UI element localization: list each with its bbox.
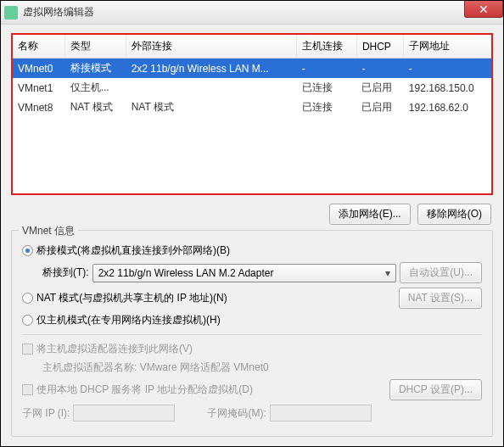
- radio-bridge[interactable]: [22, 245, 33, 256]
- host-adapter-row: 将主机虚拟适配器连接到此网络(V): [22, 342, 482, 356]
- bridge-to-label: 桥接到(T):: [42, 265, 89, 280]
- dhcp-settings-button[interactable]: DHCP 设置(P)...: [389, 379, 482, 400]
- bridge-to-row: 桥接到(T): 2x2 11b/g/n Wireless LAN M.2 Ada…: [42, 262, 482, 283]
- bridge-mode-option[interactable]: 桥接模式(将虚拟机直接连接到外部网络)(B): [22, 243, 482, 258]
- subnet-row: 子网 IP (I): 子网掩码(M):: [22, 405, 482, 422]
- separator: [22, 334, 482, 335]
- radio-nat[interactable]: [22, 293, 33, 304]
- group-title: VMnet 信息: [19, 224, 78, 238]
- subnet-ip-input: [73, 405, 175, 422]
- app-icon: [4, 6, 18, 20]
- table-row[interactable]: VMnet0 桥接模式 2x2 11b/g/n Wireless LAN M..…: [13, 59, 491, 79]
- col-subnet[interactable]: 子网地址: [404, 35, 491, 59]
- titlebar[interactable]: 虚拟网络编辑器 ✕: [1, 1, 503, 25]
- col-dhcp[interactable]: DHCP: [356, 35, 403, 59]
- content-area: 名称 类型 外部连接 主机连接 DHCP 子网地址 VMnet0 桥接模式 2x…: [1, 25, 503, 445]
- virtual-network-editor-window: 虚拟网络编辑器 ✕ 名称 类型 外部连接 主机连接 DHCP 子网地址: [0, 0, 504, 447]
- col-host[interactable]: 主机连接: [297, 35, 357, 59]
- table-header-row: 名称 类型 外部连接 主机连接 DHCP 子网地址: [13, 35, 491, 59]
- host-adapter-name-row: 主机虚拟适配器名称: VMware 网络适配器 VMnet0: [42, 360, 482, 375]
- hostonly-mode-option[interactable]: 仅主机模式(在专用网络内连接虚拟机)(H): [22, 313, 482, 327]
- checkbox-dhcp: [22, 384, 33, 395]
- vmnet-info-group: VMnet 信息 桥接模式(将虚拟机直接连接到外部网络)(B) 桥接到(T): …: [11, 230, 493, 437]
- network-table-frame: 名称 类型 外部连接 主机连接 DHCP 子网地址 VMnet0 桥接模式 2x…: [11, 33, 493, 195]
- table-button-row: 添加网络(E)... 移除网络(O): [13, 204, 491, 225]
- window-title: 虚拟网络编辑器: [23, 5, 94, 20]
- table-row[interactable]: VMnet1 仅主机... 已连接 已启用 192.168.150.0: [13, 78, 491, 98]
- table-row[interactable]: VMnet8 NAT 模式 NAT 模式 已连接 已启用 192.168.62.…: [13, 98, 491, 117]
- remove-network-button[interactable]: 移除网络(O): [417, 204, 491, 225]
- auto-settings-button[interactable]: 自动设置(U)...: [400, 262, 482, 283]
- checkbox-host-adapter: [22, 344, 33, 355]
- radio-hostonly[interactable]: [22, 315, 33, 326]
- dhcp-row: 使用本地 DHCP 服务将 IP 地址分配给虚拟机(D) DHCP 设置(P).…: [22, 379, 482, 400]
- col-name[interactable]: 名称: [13, 35, 65, 59]
- nat-settings-button[interactable]: NAT 设置(S)...: [399, 288, 482, 309]
- subnet-ip-label: 子网 IP (I):: [22, 406, 70, 421]
- bridge-to-combo[interactable]: 2x2 11b/g/n Wireless LAN M.2 Adapter: [92, 264, 397, 282]
- nat-mode-option[interactable]: NAT 模式(与虚拟机共享主机的 IP 地址)(N) NAT 设置(S)...: [22, 288, 482, 309]
- close-button[interactable]: ✕: [464, 1, 503, 18]
- subnet-mask-input: [270, 405, 372, 422]
- add-network-button[interactable]: 添加网络(E)...: [329, 204, 411, 225]
- col-type[interactable]: 类型: [65, 35, 126, 59]
- network-table[interactable]: 名称 类型 外部连接 主机连接 DHCP 子网地址 VMnet0 桥接模式 2x…: [13, 35, 491, 193]
- subnet-mask-label: 子网掩码(M):: [207, 406, 266, 421]
- col-external[interactable]: 外部连接: [126, 35, 297, 59]
